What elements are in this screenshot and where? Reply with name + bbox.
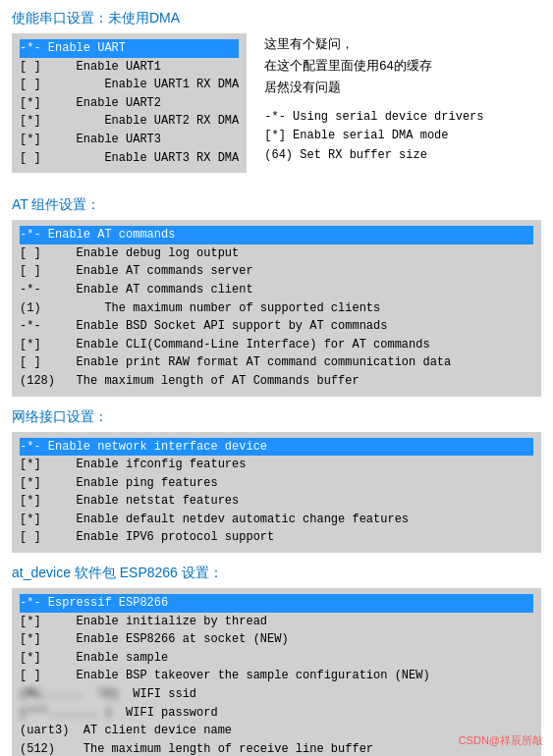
page-container: 使能串口设置：未使用DMA -*- Enable UART [ ] Enable… [0, 0, 553, 756]
serial-line-0: -*- Enable UART [20, 39, 239, 58]
at-code: -*- Enable AT commands [ ] Enable debug … [12, 220, 541, 396]
network-code: -*- Enable network interface device [*] … [12, 432, 541, 554]
esp-line-7: (uart3) AT client device name [20, 722, 533, 740]
serial-line-5: [*] Enable UART3 [20, 131, 239, 149]
at-line-0: -*- Enable AT commands [20, 226, 533, 244]
esp-code: -*- Espressif ESP8266 [*] Enable initial… [12, 588, 541, 756]
serial-right-code: -*- Using serial device drivers [*] Enab… [264, 108, 541, 165]
network-title: 网络接口设置： [12, 408, 541, 426]
section-at: AT 组件设置： -*- Enable AT commands [ ] Enab… [12, 196, 541, 396]
net-line-4: [*] Enable default netdev automatic chan… [20, 511, 533, 529]
serial-title: 使能串口设置：未使用DMA [12, 10, 541, 27]
serial-line-6: [ ] Enable UART3 RX DMA [20, 149, 239, 168]
esp-title: at_device 软件包 ESP8266 设置： [12, 565, 541, 582]
esp-line-2: [*] Enable ESP8266 at socket (NEW) [20, 630, 533, 649]
at-line-3: -*- Enable AT commands client [20, 281, 533, 299]
watermark: CSDN@祥辰所敲 [459, 733, 543, 748]
section-esp8266: at_device 软件包 ESP8266 设置： -*- Espressif … [12, 565, 541, 756]
esp-line-1: [*] Enable initialize by thread [20, 613, 533, 631]
at-line-4: (1) The maximum number of supported clie… [20, 299, 533, 318]
at-line-5: -*- Enable BSD Socket API support by AT … [20, 317, 533, 336]
at-line-7: [ ] Enable print RAW format AT command c… [20, 353, 533, 372]
esp-line-6: (***....... ) WIFI password [20, 704, 533, 723]
esp-line-0: -*- Espressif ESP8266 [20, 594, 533, 613]
at-title: AT 组件设置： [12, 196, 541, 214]
net-line-3: [*] Enable netstat features [20, 492, 533, 511]
serial-note: 这里有个疑问， 在这个配置里面使用64的缓存 居然没有问题 [264, 33, 541, 98]
serial-left-code: -*- Enable UART [ ] Enable UART1 [ ] Ena… [12, 33, 247, 173]
serial-line-3: [*] Enable UART2 [20, 94, 239, 113]
serial-line-2: [ ] Enable UART1 RX DMA [20, 76, 239, 94]
serial-rline-0: -*- Using serial device drivers [264, 110, 483, 124]
esp-line-5: (Mi...... \5) WIFI ssid [20, 685, 533, 704]
section-network: 网络接口设置： -*- Enable network interface dev… [12, 408, 541, 554]
esp-line-4: [ ] Enable BSP takeover the sample confi… [20, 667, 533, 685]
net-line-2: [*] Enable ping features [20, 474, 533, 493]
at-line-8: (128) The maximum length of AT Commands … [20, 372, 533, 391]
serial-line-1: [ ] Enable UART1 [20, 58, 239, 77]
serial-rline-2: (64) Set RX buffer size [264, 148, 427, 162]
at-line-6: [*] Enable CLI(Command-Line Interface) f… [20, 336, 533, 354]
serial-line-4: [*] Enable UART2 RX DMA [20, 112, 239, 131]
net-line-0: -*- Enable network interface device [20, 438, 533, 457]
at-line-1: [ ] Enable debug log output [20, 244, 533, 263]
net-line-5: [ ] Enable IPV6 protocol support [20, 528, 533, 547]
section-serial: 使能串口设置：未使用DMA -*- Enable UART [ ] Enable… [12, 10, 541, 185]
esp-line-3: [*] Enable sample [20, 649, 533, 668]
serial-rline-1: [*] Enable serial DMA mode [264, 129, 448, 142]
net-line-1: [*] Enable ifconfig features [20, 456, 533, 474]
at-line-2: [ ] Enable AT commands server [20, 262, 533, 281]
esp-line-8: (512) The maximum length of receive line… [20, 740, 533, 756]
